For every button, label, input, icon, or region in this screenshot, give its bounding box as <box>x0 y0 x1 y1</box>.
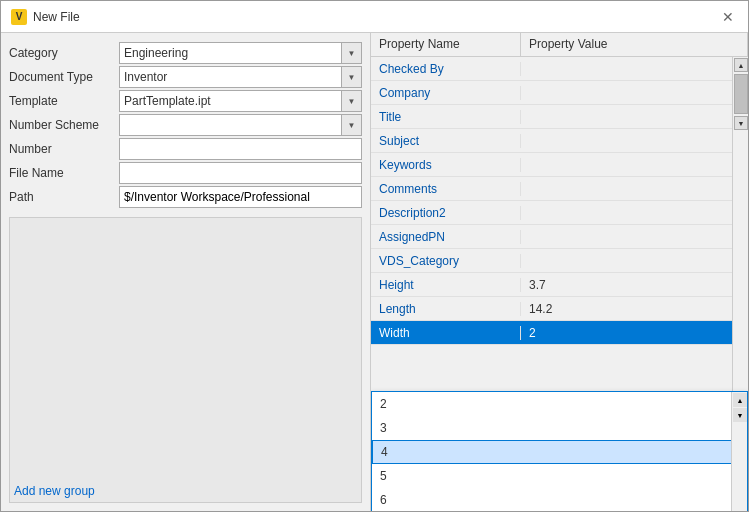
dialog-body: CategoryEngineering▼Document TypeInvento… <box>1 33 748 511</box>
form-label-0: Category <box>9 46 119 60</box>
app-icon: V <box>11 9 27 25</box>
prop-row-4[interactable]: Keywords <box>371 153 748 177</box>
form-input-4[interactable] <box>119 138 362 160</box>
prop-row-name-6: Description2 <box>371 206 521 220</box>
dropdown-scrollbar: ▲ ▼ <box>731 392 747 511</box>
scrollbar-up-arrow[interactable]: ▲ <box>734 58 748 72</box>
form-dropdown-1[interactable]: Inventor▼ <box>119 66 362 88</box>
form-label-4: Number <box>9 142 119 156</box>
form-row-file-name: File Name <box>9 161 362 185</box>
right-panel: Property Name Property Value Checked ByC… <box>371 33 748 511</box>
title-bar: V New File ✕ <box>1 1 748 33</box>
form-input-text-1: Inventor <box>120 70 341 84</box>
prop-row-6[interactable]: Description2 <box>371 201 748 225</box>
form-dropdown-2[interactable]: PartTemplate.ipt▼ <box>119 90 362 112</box>
dropdown-scroll-down[interactable]: ▼ <box>733 408 747 422</box>
close-button[interactable]: ✕ <box>718 7 738 27</box>
prop-row-value-text-10: 14.2 <box>529 302 552 316</box>
prop-row-name-4: Keywords <box>371 158 521 172</box>
property-table-header: Property Name Property Value <box>371 33 748 57</box>
dropdown-item-4[interactable]: 6 <box>372 488 747 511</box>
prop-row-name-5: Comments <box>371 182 521 196</box>
prop-row-value-9: 3.7 <box>521 278 748 292</box>
form-input-text-0: Engineering <box>120 46 341 60</box>
prop-row-0[interactable]: Checked By <box>371 57 748 81</box>
form-label-3: Number Scheme <box>9 118 119 132</box>
prop-row-9[interactable]: Height3.7 <box>371 273 748 297</box>
prop-row-name-11: Width <box>371 326 521 340</box>
title-bar-left: V New File <box>11 9 80 25</box>
prop-row-7[interactable]: AssignedPN <box>371 225 748 249</box>
form-row-template: TemplatePartTemplate.ipt▼ <box>9 89 362 113</box>
prop-row-3[interactable]: Subject <box>371 129 748 153</box>
form-row-number-scheme: Number Scheme▼ <box>9 113 362 137</box>
prop-row-10[interactable]: Length14.2 <box>371 297 748 321</box>
dropdown-item-0[interactable]: 2 <box>372 392 747 416</box>
form-label-1: Document Type <box>9 70 119 84</box>
new-file-dialog: V New File ✕ CategoryEngineering▼Documen… <box>0 0 749 512</box>
prop-row-name-3: Subject <box>371 134 521 148</box>
prop-row-name-8: VDS_Category <box>371 254 521 268</box>
form-dropdown-0[interactable]: Engineering▼ <box>119 42 362 64</box>
form-row-document-type: Document TypeInventor▼ <box>9 65 362 89</box>
form-row-category: CategoryEngineering▼ <box>9 41 362 65</box>
dropdown-scroll-up[interactable]: ▲ <box>733 393 747 407</box>
prop-row-name-1: Company <box>371 86 521 100</box>
prop-row-name-9: Height <box>371 278 521 292</box>
prop-row-value-10: 14.2 <box>521 302 748 316</box>
prop-row-value-text-9: 3.7 <box>529 278 546 292</box>
prop-row-name-2: Title <box>371 110 521 124</box>
scrollbar-thumb[interactable] <box>734 74 748 114</box>
prop-row-name-0: Checked By <box>371 62 521 76</box>
prop-row-1[interactable]: Company <box>371 81 748 105</box>
form-label-6: Path <box>9 190 119 204</box>
form-label-2: Template <box>9 94 119 108</box>
form-dropdown-arrow-1[interactable]: ▼ <box>341 67 361 87</box>
dropdown-item-3[interactable]: 5 <box>372 464 747 488</box>
prop-row-name-10: Length <box>371 302 521 316</box>
form-input-6[interactable]: $/Inventor Workspace/Professional <box>119 186 362 208</box>
header-property-value: Property Value <box>521 33 748 56</box>
form-dropdown-arrow-0[interactable]: ▼ <box>341 43 361 63</box>
prop-row-11[interactable]: Width2▼ <box>371 321 748 345</box>
prop-row-2[interactable]: Title <box>371 105 748 129</box>
dropdown-item-2[interactable]: 4 <box>372 440 747 464</box>
scrollbar-down-arrow[interactable]: ▼ <box>734 116 748 130</box>
dialog-title: New File <box>33 10 80 24</box>
prop-row-8[interactable]: VDS_Category <box>371 249 748 273</box>
header-property-name: Property Name <box>371 33 521 56</box>
prop-row-value-text-11: 2 <box>529 326 536 340</box>
form-dropdown-arrow-3[interactable]: ▼ <box>341 115 361 135</box>
dropdown-popup: 2345678 ▲ ▼ <box>371 391 748 511</box>
form-row-path: Path$/Inventor Workspace/Professional <box>9 185 362 209</box>
form-row-number: Number <box>9 137 362 161</box>
dropdown-item-1[interactable]: 3 <box>372 416 747 440</box>
left-panel: CategoryEngineering▼Document TypeInvento… <box>1 33 371 511</box>
add-group-link[interactable]: Add new group <box>14 484 357 498</box>
prop-row-value-11: 2▼ <box>521 326 748 340</box>
prop-row-name-7: AssignedPN <box>371 230 521 244</box>
form-label-5: File Name <box>9 166 119 180</box>
left-bottom-area: Add new group <box>9 217 362 503</box>
prop-row-5[interactable]: Comments <box>371 177 748 201</box>
property-table: Property Name Property Value Checked ByC… <box>371 33 748 511</box>
form-input-5[interactable] <box>119 162 362 184</box>
form-dropdown-arrow-2[interactable]: ▼ <box>341 91 361 111</box>
form-input-text-2: PartTemplate.ipt <box>120 94 341 108</box>
form-dropdown-3[interactable]: ▼ <box>119 114 362 136</box>
